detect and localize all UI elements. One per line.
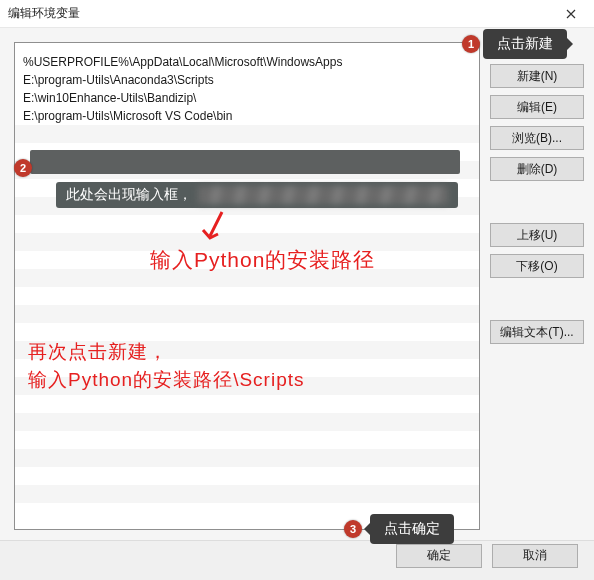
list-row-empty[interactable] [15,125,479,143]
ok-button[interactable]: 确定 [396,544,482,568]
list-row-empty[interactable] [15,449,479,467]
list-row-empty[interactable] [15,431,479,449]
list-item[interactable]: E:\win10Enhance-Utils\Bandizip\ [15,89,479,107]
callout-bubble-input-text: 此处会出现输入框， [66,186,192,204]
list-row-empty[interactable] [15,485,479,503]
dialog-edit-env-var: 编辑环境变量 %USERPROFILE%\AppData\Local\Micro… [0,0,594,580]
browse-button[interactable]: 浏览(B)... [490,126,584,150]
blurred-region [198,186,448,204]
annotation-text-scripts: 再次点击新建， 输入Python的安装路径\Scripts [28,338,305,393]
callout-bubble-input-hint: 此处会出现输入框， [56,182,458,208]
list-row-empty[interactable] [15,215,479,233]
move-up-button[interactable]: 上移(U) [490,223,584,247]
close-button[interactable] [556,3,586,25]
callout-bubble-new: 点击新建 [483,29,567,59]
spacer [490,285,584,313]
window-title: 编辑环境变量 [8,5,556,22]
list-row-empty[interactable] [15,413,479,431]
new-button[interactable]: 新建(N) [490,64,584,88]
dialog-button-bar: 确定 取消 [0,540,594,580]
list-row-empty[interactable] [15,467,479,485]
list-row-empty[interactable] [15,395,479,413]
list-row-empty[interactable] [15,305,479,323]
button-sidebar: 新建(N) 编辑(E) 浏览(B)... 删除(D) 上移(U) 下移(O) 编… [490,42,584,534]
titlebar: 编辑环境变量 [0,0,594,28]
input-highlight-bar [30,150,460,174]
dialog-body: %USERPROFILE%\AppData\Local\Microsoft\Wi… [0,28,594,540]
callout-badge-3: 3 [344,520,362,538]
path-listbox[interactable]: %USERPROFILE%\AppData\Local\Microsoft\Wi… [14,42,480,530]
callout-badge-2: 2 [14,159,32,177]
edit-text-button[interactable]: 编辑文本(T)... [490,320,584,344]
cancel-button[interactable]: 取消 [492,544,578,568]
annotation-text-install-path: 输入Python的安装路径 [150,246,375,274]
spacer [490,188,584,216]
list-item[interactable]: %USERPROFILE%\AppData\Local\Microsoft\Wi… [15,53,479,71]
list-item[interactable]: E:\program-Utils\Anaconda3\Scripts [15,71,479,89]
arrow-icon [200,208,232,246]
callout-bubble-ok: 点击确定 [370,514,454,544]
move-down-button[interactable]: 下移(O) [490,254,584,278]
edit-button[interactable]: 编辑(E) [490,95,584,119]
list-row-empty[interactable] [15,287,479,305]
callout-badge-1: 1 [462,35,480,53]
list-item[interactable]: E:\program-Utils\Microsoft VS Code\bin [15,107,479,125]
delete-button[interactable]: 删除(D) [490,157,584,181]
